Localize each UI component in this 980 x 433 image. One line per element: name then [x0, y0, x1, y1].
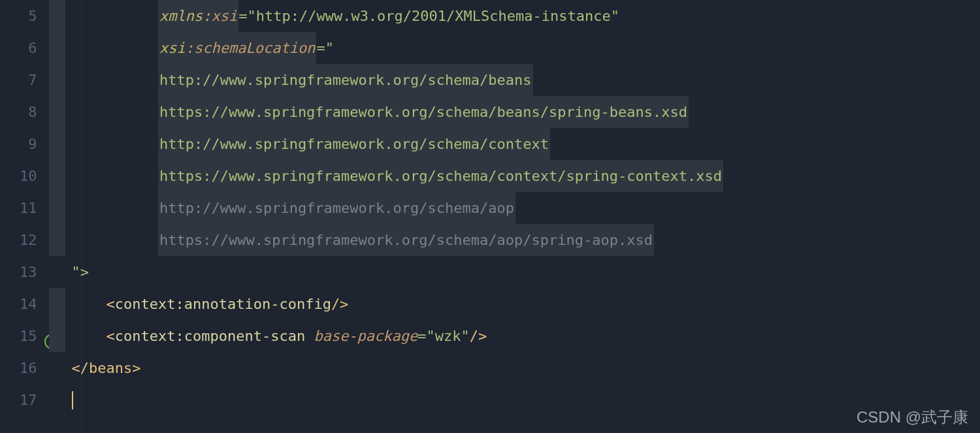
- line-number: 16: [20, 352, 37, 384]
- xml-url: http://www.springframework.org/schema/be…: [159, 72, 532, 88]
- xml-colon: :: [186, 40, 194, 56]
- code-line-5[interactable]: xmlns:xsi="http://www.w3.org/2001/XMLSch…: [72, 0, 981, 32]
- code-line-16[interactable]: </beans>: [72, 352, 981, 384]
- xml-quote: ": [247, 8, 255, 24]
- xml-quote: ": [427, 328, 435, 344]
- xml-prefix: xsi: [211, 8, 237, 24]
- xml-colon: :: [175, 328, 184, 344]
- fold-marker: [49, 128, 65, 160]
- line-number: 7: [20, 64, 37, 96]
- code-content[interactable]: xmlns:xsi="http://www.w3.org/2001/XMLSch…: [49, 0, 981, 433]
- fold-marker: [49, 64, 65, 96]
- text-cursor: [72, 391, 73, 409]
- line-number: 11: [20, 192, 37, 224]
- xml-tag: beans: [89, 360, 132, 376]
- xml-tag: annotation-config: [184, 296, 331, 312]
- line-number-gutter: 5 6 7 8 9 10 11 12 13 14 15 16 17: [0, 0, 49, 433]
- fold-marker: [49, 320, 65, 352]
- code-line-14[interactable]: <context:annotation-config/>: [72, 288, 981, 320]
- fold-marker: [49, 32, 65, 64]
- xml-quote: ": [325, 40, 334, 56]
- code-line-13[interactable]: ">: [72, 256, 981, 288]
- xml-prefix: xsi: [159, 40, 186, 56]
- xml-url: https://www.springframework.org/schema/a…: [159, 232, 653, 248]
- line-number: 5: [20, 0, 37, 32]
- code-line-15[interactable]: <context:component-scan base-package="wz…: [72, 320, 981, 352]
- xml-open: <: [106, 328, 114, 344]
- fold-marker: [49, 224, 65, 256]
- line-number: 13: [20, 256, 37, 288]
- line-number: 6: [20, 32, 37, 64]
- code-line-6[interactable]: xsi:schemaLocation=": [72, 32, 981, 64]
- line-number: 14: [20, 288, 37, 320]
- xml-value: wzk: [435, 328, 461, 344]
- xml-punc: =: [238, 8, 247, 24]
- code-line-17[interactable]: [72, 384, 981, 416]
- line-number: 15: [20, 320, 37, 352]
- xml-colon: :: [175, 296, 184, 312]
- xml-close: >: [132, 360, 140, 376]
- xml-quote: ": [461, 328, 470, 344]
- line-number: 17: [20, 384, 37, 416]
- code-line-7[interactable]: http://www.springframework.org/schema/be…: [72, 64, 981, 96]
- xml-close: />: [331, 296, 349, 312]
- watermark-text: CSDN @武子康: [857, 407, 968, 428]
- code-line-10[interactable]: https://www.springframework.org/schema/c…: [72, 160, 981, 192]
- xml-url: https://www.springframework.org/schema/c…: [159, 168, 722, 184]
- xml-namespace: xmlns:: [159, 8, 211, 24]
- xml-open: </: [72, 360, 90, 376]
- fold-marker: [49, 160, 65, 192]
- xml-punc: =: [417, 328, 426, 344]
- xml-url: http://www.springframework.org/schema/co…: [159, 136, 549, 152]
- line-number: 10: [20, 160, 37, 192]
- fold-marker: [49, 96, 65, 128]
- line-number: 8: [20, 96, 37, 128]
- xml-string: http://www.w3.org/2001/XMLSchema-instanc…: [256, 8, 611, 24]
- xml-punc: =: [316, 40, 325, 56]
- code-editor[interactable]: 5 6 7 8 9 10 11 12 13 14 15 16 17 xmlns:…: [0, 0, 980, 433]
- line-number: 9: [20, 128, 37, 160]
- xml-namespace: context: [115, 296, 176, 312]
- space: [305, 328, 314, 344]
- line-number: 12: [20, 224, 37, 256]
- xml-close: />: [470, 328, 487, 344]
- xml-namespace: context: [115, 328, 176, 344]
- fold-marker: [49, 0, 65, 32]
- fold-marker: [49, 288, 65, 320]
- code-line-9[interactable]: http://www.springframework.org/schema/co…: [72, 128, 981, 160]
- code-line-11[interactable]: http://www.springframework.org/schema/ao…: [72, 192, 981, 224]
- xml-url: https://www.springframework.org/schema/b…: [159, 104, 687, 120]
- xml-attr: base-package: [314, 328, 417, 344]
- xml-attr: schemaLocation: [194, 40, 315, 56]
- fold-marker: [49, 192, 65, 224]
- xml-quote: ": [611, 8, 619, 24]
- code-line-12[interactable]: https://www.springframework.org/schema/a…: [72, 224, 981, 256]
- xml-url: http://www.springframework.org/schema/ao…: [159, 200, 514, 216]
- xml-close: ">: [72, 264, 90, 280]
- xml-tag: component-scan: [184, 328, 305, 344]
- code-line-8[interactable]: https://www.springframework.org/schema/b…: [72, 96, 981, 128]
- xml-open: <: [106, 296, 114, 312]
